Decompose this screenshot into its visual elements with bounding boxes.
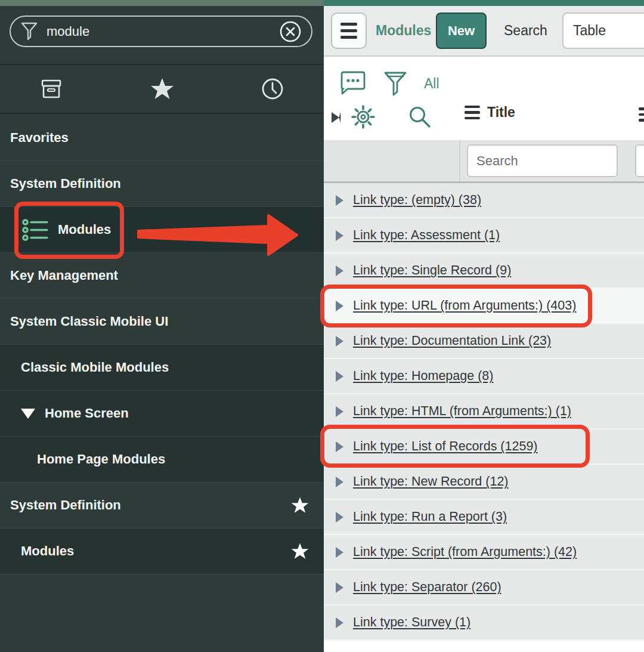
nav-section-system-classic-mobile-ui[interactable]: System Classic Mobile UI (0, 299, 324, 345)
group-link[interactable]: Link type: Run a Report (3) (353, 509, 507, 524)
group-link[interactable]: Link type: List of Records (1259) (353, 439, 538, 454)
search-label: Search (504, 6, 547, 55)
funnel-icon (383, 70, 407, 98)
expand-icon[interactable] (336, 547, 343, 558)
expand-icon[interactable] (336, 371, 343, 382)
nav-section-key-management[interactable]: Key Management (0, 253, 324, 299)
favorites-tab[interactable] (150, 77, 175, 101)
collapse-icon[interactable] (21, 409, 35, 419)
filter-navigator-input[interactable] (47, 24, 279, 39)
group-link[interactable]: Link type: (empty) (38) (353, 193, 481, 208)
group-link[interactable]: Link type: Documentation Link (23) (353, 333, 551, 348)
expand-icon[interactable] (336, 512, 343, 523)
nav-item-modules[interactable]: Modules (0, 207, 324, 253)
menu-icon (340, 23, 357, 26)
filter-breadcrumb-all[interactable]: All (424, 70, 439, 97)
all-applications-tab[interactable] (39, 78, 63, 100)
comment-icon (339, 70, 367, 97)
expand-icon[interactable] (332, 112, 340, 123)
modules-icon (21, 216, 49, 243)
filter-funnel-icon (20, 21, 38, 42)
group-row[interactable]: Link type: Assessment (1) (324, 218, 644, 254)
group-row-url[interactable]: Link type: URL (from Arguments:) (403) (324, 289, 644, 324)
group-row[interactable]: Link type: HTML (from Arguments:) (1) (324, 394, 644, 429)
group-link[interactable]: Link type: HTML (from Arguments:) (1) (353, 404, 571, 419)
group-row[interactable]: Link type: New Record (12) (324, 465, 644, 500)
nav-label: Key Management (10, 268, 118, 283)
expand-icon[interactable] (336, 301, 343, 311)
expand-icon[interactable] (336, 477, 343, 487)
expand-icon[interactable] (336, 265, 343, 276)
filter-navigator-field[interactable] (10, 16, 312, 47)
star-icon (290, 496, 309, 514)
nav-item-home-page-modules[interactable]: Home Page Modules (0, 437, 324, 483)
nav-item-classic-mobile-modules[interactable]: Classic Mobile Modules (0, 345, 324, 391)
column-header-title[interactable]: Title (465, 104, 515, 120)
group-row[interactable]: Link type: Single Record (9) (324, 254, 644, 289)
all-applications-icon (39, 78, 63, 100)
new-record-button[interactable]: New (436, 13, 487, 49)
list-header-bar: Modules New Search Table (324, 6, 644, 57)
next-column-search-input[interactable] (635, 144, 644, 177)
clear-filter-button[interactable] (279, 20, 302, 43)
nav-label: Modules (58, 222, 111, 237)
expand-icon[interactable] (336, 406, 343, 417)
expand-icon[interactable] (336, 617, 343, 628)
nav-label: System Definition (10, 176, 121, 191)
nav-label: Favorites (10, 130, 69, 146)
nav-section-favorites[interactable]: Favorites (0, 115, 324, 161)
star-icon (290, 542, 309, 560)
favorites-tab-icon (150, 77, 175, 101)
favorite-star-icon[interactable] (290, 496, 309, 514)
column-header-next-partial[interactable] (639, 107, 644, 122)
group-link[interactable]: Link type: New Record (12) (353, 474, 509, 489)
list-title-link[interactable]: Modules (376, 6, 431, 55)
nav-item-home-screen[interactable]: Home Screen (0, 391, 324, 437)
group-link[interactable]: Link type: Homepage (8) (353, 369, 493, 384)
personalize-list-button[interactable] (351, 104, 376, 129)
navigation-sidebar: Favorites System Definition Modules (0, 6, 324, 652)
nav-label: Home Screen (45, 406, 129, 421)
top-strip-right (324, 0, 644, 6)
expand-icon[interactable] (336, 441, 343, 452)
group-link[interactable]: Link type: Single Record (9) (353, 263, 511, 278)
group-link[interactable]: Link type: Assessment (1) (353, 228, 500, 243)
gear-icon (351, 104, 376, 129)
group-link[interactable]: Link type: Survey (1) (353, 615, 470, 630)
nav-label: System Definition (10, 498, 121, 513)
expand-icon[interactable] (336, 582, 343, 593)
column-title-label: Title (487, 104, 515, 120)
column-search-row (324, 140, 644, 183)
group-row[interactable]: Link type: Script (from Arguments:) (42) (324, 535, 644, 570)
column-menu-icon (639, 107, 644, 122)
group-row-list-of-records[interactable]: Link type: List of Records (1259) (324, 429, 644, 465)
title-column-search-input[interactable] (467, 144, 618, 177)
group-row[interactable]: Link type: Survey (1) (324, 605, 644, 641)
nav-section-system-definition-2[interactable]: System Definition (0, 483, 324, 529)
list-context-menu-button[interactable] (331, 13, 367, 49)
group-link[interactable]: Link type: URL (from Arguments:) (403) (353, 298, 576, 313)
expand-icon[interactable] (336, 195, 343, 206)
nav-section-system-definition[interactable]: System Definition (0, 161, 324, 207)
group-row[interactable]: Link type: (empty) (38) (324, 183, 644, 218)
expand-icon[interactable] (336, 336, 343, 347)
group-link[interactable]: Link type: Script (from Arguments:) (42) (353, 545, 577, 560)
search-field-select[interactable]: Table (562, 13, 644, 49)
navigator-tabs (0, 65, 324, 114)
list-search-button[interactable] (407, 104, 432, 129)
group-row[interactable]: Link type: Separator (260) (324, 570, 644, 605)
nav-item-modules-2[interactable]: Modules (0, 529, 324, 574)
modules-list-panel: Modules New Search Table (324, 6, 644, 652)
expand-icon[interactable] (336, 230, 343, 241)
list-filter-button[interactable] (383, 70, 407, 98)
nav-label: Home Page Modules (37, 452, 165, 467)
group-row[interactable]: Link type: Run a Report (3) (324, 500, 644, 535)
favorite-star-icon[interactable] (290, 542, 309, 560)
history-tab[interactable] (261, 77, 284, 101)
group-row[interactable]: Link type: Documentation Link (23) (324, 324, 644, 359)
group-row[interactable]: Link type: Homepage (8) (324, 359, 644, 394)
comments-button[interactable] (339, 70, 367, 97)
column-menu-icon[interactable] (465, 106, 480, 120)
group-link[interactable]: Link type: Separator (260) (353, 580, 501, 595)
list-toolbar: All (324, 57, 644, 140)
